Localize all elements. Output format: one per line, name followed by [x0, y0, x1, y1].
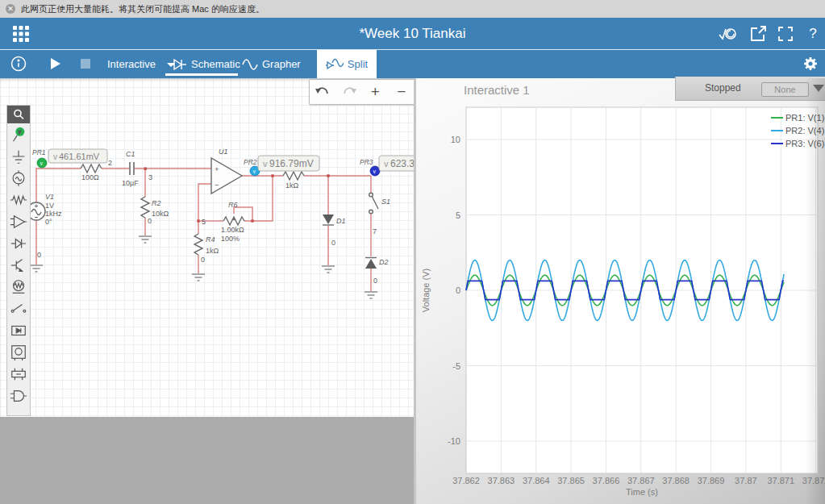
svg-text:1.00kΩ: 1.00kΩ — [221, 226, 244, 234]
svg-text:S1: S1 — [381, 198, 390, 206]
run-icon[interactable] — [46, 55, 64, 73]
component-d2[interactable] — [365, 258, 377, 269]
banner-text: 此网页正使用大量能耗。将其关闭可能提高 Mac 的响应速度。 — [21, 0, 265, 18]
svg-text:0°: 0° — [45, 218, 52, 226]
banner-close-icon[interactable]: ✕ — [6, 4, 15, 14]
document-title: *Week 10 Tiankai — [0, 18, 825, 50]
component-c1[interactable] — [130, 162, 134, 175]
x-tick-label: 37.867 — [627, 476, 655, 485]
opamp-icon[interactable] — [7, 210, 30, 232]
voltage-probe-icon[interactable]: v — [7, 123, 30, 145]
mode-dropdown[interactable]: Interactive — [107, 50, 156, 78]
svg-text:2: 2 — [108, 159, 112, 167]
svg-text:5: 5 — [202, 218, 206, 226]
undo-icon[interactable] — [314, 83, 331, 101]
app-header: *Week 10 Tiankai ? — [0, 18, 825, 50]
svg-text:623.3: 623.3 — [390, 158, 414, 169]
legend-label: PR1: V(1) — [785, 113, 824, 123]
svg-text:v: v — [40, 160, 44, 166]
svg-text:0: 0 — [148, 217, 152, 225]
svg-text:v: v — [384, 159, 389, 169]
grapher-chart[interactable]: 1050-5-1037.86237.86337.86437.86537.8663… — [416, 78, 825, 504]
schematic-drawing[interactable]: V1 1V 1kHz 0° 0 100Ω 2 C1 10µF 3 R2 10kΩ… — [0, 78, 414, 417]
help-icon[interactable]: ? — [803, 24, 823, 44]
lamp-icon[interactable] — [7, 276, 30, 298]
svg-text:1kΩ: 1kΩ — [285, 181, 299, 190]
y-tick-label: 0 — [456, 285, 460, 295]
legend-label: PR3: V(6) — [785, 139, 824, 148]
probe-pr2-value-box[interactable]: v 916.79mV — [258, 156, 319, 171]
component-r5[interactable] — [283, 172, 304, 180]
component-r4[interactable] — [194, 234, 202, 255]
resistor-icon[interactable] — [7, 189, 30, 210]
stop-icon[interactable] — [77, 55, 94, 73]
svg-text:10µF: 10µF — [122, 179, 139, 187]
component-r1[interactable] — [81, 165, 102, 173]
tab-split[interactable]: Split — [317, 50, 377, 78]
analysis-icon[interactable] — [718, 24, 737, 44]
x-axis-label: Time (s) — [626, 487, 658, 497]
zoom-in-icon[interactable]: + — [366, 83, 384, 101]
legend-label: PR2: V(4) — [785, 126, 824, 135]
instrument-icon[interactable] — [7, 341, 30, 363]
fullscreen-icon[interactable] — [776, 24, 795, 44]
grapher-icon — [242, 58, 258, 71]
component-s1[interactable] — [369, 193, 378, 214]
x-tick-label: 37.863 — [488, 476, 515, 485]
zoom-out-icon[interactable]: − — [393, 83, 410, 101]
svg-text:3: 3 — [148, 173, 152, 181]
grapher-panel: Interactive 1 Stopped None 1050-5-1037.8… — [416, 78, 825, 504]
svg-text:v: v — [373, 169, 377, 174]
logic-gate-icon[interactable] — [7, 385, 30, 406]
y-tick-label: -5 — [452, 361, 460, 371]
probe-pr1-value-box[interactable]: v 461.61mV — [48, 149, 107, 163]
svg-text:−: − — [215, 181, 219, 190]
settings-gear-icon[interactable] — [801, 54, 820, 72]
controlled-source-icon[interactable] — [7, 319, 30, 341]
y-tick-label: 10 — [451, 135, 460, 144]
svg-text:V1: V1 — [45, 193, 54, 201]
svg-text:1kΩ: 1kΩ — [206, 247, 219, 255]
components[interactable] — [27, 158, 378, 269]
schematic-icon — [171, 58, 187, 71]
tab-grapher[interactable]: Grapher — [242, 50, 301, 78]
svg-text:916.79mV: 916.79mV — [269, 158, 314, 169]
relay-icon[interactable] — [7, 363, 30, 385]
svg-text:1kHz: 1kHz — [45, 210, 62, 218]
svg-text:0: 0 — [373, 277, 377, 285]
component-d1[interactable] — [323, 215, 334, 225]
svg-text:0: 0 — [331, 239, 335, 247]
split-icon — [326, 58, 344, 71]
x-tick-label: 37.872 — [802, 476, 825, 485]
switch-icon[interactable] — [7, 298, 30, 319]
svg-text:100Ω: 100Ω — [81, 173, 99, 181]
wires — [36, 169, 371, 291]
probe-pr3-value-box[interactable]: v 623.3 — [379, 156, 414, 171]
redo-icon[interactable] — [340, 83, 358, 101]
tab-grapher-label: Grapher — [262, 50, 301, 78]
probe-pr2-label: PR2 — [244, 158, 257, 166]
component-r6[interactable] — [223, 217, 244, 225]
tab-split-label: Split — [348, 50, 368, 78]
x-tick-label: 37.869 — [698, 476, 725, 485]
diode-icon[interactable] — [7, 232, 30, 254]
power-source-icon[interactable] — [7, 167, 30, 189]
svg-text:v: v — [253, 169, 256, 174]
probe-pr1-label: PR1 — [32, 148, 46, 156]
search-icon[interactable] — [7, 106, 30, 123]
info-icon[interactable] — [10, 55, 27, 73]
open-in-new-icon[interactable] — [748, 24, 768, 44]
svg-text:U1: U1 — [219, 148, 228, 156]
svg-text:461.61mV: 461.61mV — [59, 152, 100, 161]
ground-icon[interactable] — [7, 145, 30, 167]
probe-pr3-label: PR3 — [360, 158, 373, 166]
x-tick-label: 37.864 — [523, 476, 550, 485]
ground-symbols — [30, 236, 377, 298]
tab-schematic-underline — [165, 73, 238, 76]
svg-text:R6: R6 — [228, 201, 238, 209]
x-tick-label: 37.868 — [662, 476, 690, 485]
x-tick-label: 37.866 — [593, 476, 620, 485]
transistor-icon[interactable] — [7, 254, 30, 276]
component-r2[interactable] — [141, 197, 149, 218]
x-tick-label: 37.865 — [557, 476, 585, 485]
